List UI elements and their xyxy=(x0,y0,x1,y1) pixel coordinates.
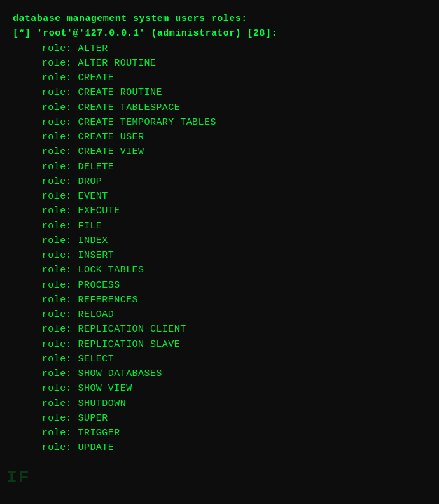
role-line-27: role: UPDATE xyxy=(13,440,426,455)
role-line-20: role: REPLICATION SLAVE xyxy=(13,337,426,352)
role-line-3: role: CREATE ROUTINE xyxy=(13,85,426,100)
role-line-1: role: ALTER ROUTINE xyxy=(13,56,426,71)
role-line-13: role: INDEX xyxy=(13,234,426,248)
role-line-15: role: LOCK TABLES xyxy=(13,263,426,277)
role-line-7: role: CREATE VIEW xyxy=(13,144,426,159)
watermark: IF xyxy=(6,464,31,491)
role-line-0: role: ALTER xyxy=(13,41,426,56)
role-line-14: role: INSERT xyxy=(13,248,426,263)
terminal-output: database management system users roles: … xyxy=(13,11,426,456)
role-line-16: role: PROCESS xyxy=(13,278,426,293)
role-line-17: role: REFERENCES xyxy=(13,293,426,307)
role-line-22: role: SHOW DATABASES xyxy=(13,367,426,381)
role-line-5: role: CREATE TEMPORARY TABLES xyxy=(13,115,426,130)
role-line-11: role: EXECUTE xyxy=(13,204,426,218)
role-line-10: role: EVENT xyxy=(13,189,426,204)
role-line-6: role: CREATE USER xyxy=(13,130,426,144)
role-line-8: role: DELETE xyxy=(13,160,426,174)
role-line-24: role: SHUTDOWN xyxy=(13,396,426,411)
role-line-18: role: RELOAD xyxy=(13,307,426,322)
role-line-21: role: SELECT xyxy=(13,352,426,367)
role-line-9: role: DROP xyxy=(13,174,426,189)
roles-list: role: ALTER role: ALTER ROUTINE role: CR… xyxy=(13,41,426,456)
role-line-25: role: SUPER xyxy=(13,411,426,426)
role-line-26: role: TRIGGER xyxy=(13,426,426,440)
terminal-header: database management system users roles: xyxy=(13,11,426,26)
role-line-23: role: SHOW VIEW xyxy=(13,381,426,396)
role-line-2: role: CREATE xyxy=(13,71,426,85)
role-line-4: role: CREATE TABLESPACE xyxy=(13,101,426,115)
terminal-user-line: [*] 'root'@'127.0.0.1' (administrator) [… xyxy=(13,26,426,41)
role-line-12: role: FILE xyxy=(13,219,426,234)
role-line-19: role: REPLICATION CLIENT xyxy=(13,322,426,337)
